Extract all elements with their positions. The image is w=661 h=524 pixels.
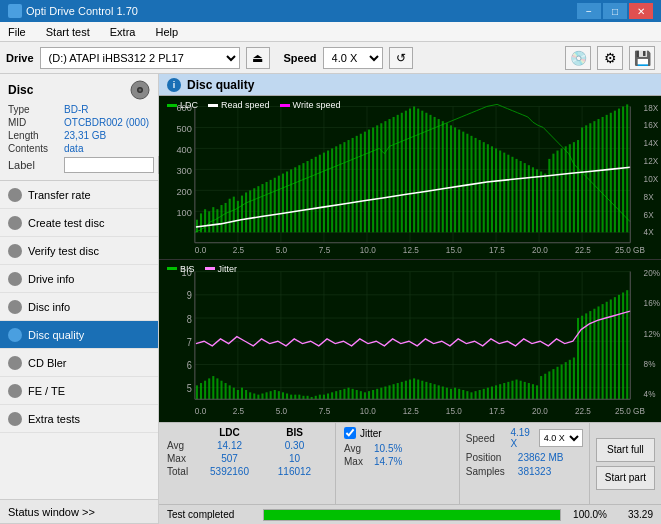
svg-text:2.5: 2.5 — [233, 405, 245, 416]
svg-rect-48 — [208, 211, 210, 232]
eject-button[interactable]: ⏏ — [246, 47, 270, 69]
create-test-disc-icon — [8, 216, 22, 230]
ldc-header: LDC — [197, 427, 262, 438]
menu-start-test[interactable]: Start test — [42, 24, 94, 40]
sidebar-item-drive-info[interactable]: Drive info — [0, 265, 158, 293]
speed-select[interactable]: 4.0 X — [323, 47, 383, 69]
bis-header: BIS — [262, 427, 327, 438]
disc-quality-title: Disc quality — [187, 78, 254, 92]
svg-rect-93 — [393, 117, 395, 232]
svg-rect-92 — [388, 119, 390, 232]
minimize-button[interactable]: − — [577, 3, 601, 19]
content-area: i Disc quality LDC Read speed — [159, 74, 661, 524]
bis-color — [167, 267, 177, 270]
avg-jitter-val: 10.5% — [374, 443, 402, 454]
refresh-button[interactable]: ↺ — [389, 47, 413, 69]
bis-label: BIS — [180, 264, 195, 274]
svg-rect-81 — [343, 142, 345, 232]
svg-rect-229 — [352, 388, 354, 398]
sidebar-item-disc-info[interactable]: Disc info — [0, 293, 158, 321]
position-value: 23862 MB — [518, 452, 564, 463]
svg-rect-66 — [282, 174, 284, 233]
jitter-checkbox[interactable] — [344, 427, 356, 439]
svg-text:16%: 16% — [644, 297, 661, 308]
fe-te-label: FE / TE — [28, 385, 65, 397]
jitter-color — [205, 267, 215, 270]
progress-percent: 100.0% — [567, 509, 607, 520]
label-input[interactable] — [64, 157, 154, 173]
svg-rect-83 — [352, 138, 354, 232]
svg-text:12X: 12X — [644, 156, 659, 166]
status-window-label: Status window >> — [8, 506, 95, 518]
svg-rect-193 — [204, 380, 206, 399]
sidebar-item-disc-quality[interactable]: Disc quality — [0, 321, 158, 349]
start-full-button[interactable]: Start full — [596, 438, 655, 462]
total-row: Total 5392160 116012 — [167, 466, 327, 477]
start-part-button[interactable]: Start part — [596, 466, 655, 490]
top-legend: LDC Read speed Write speed — [167, 100, 340, 110]
sidebar-item-create-test-disc[interactable]: Create test disc — [0, 209, 158, 237]
svg-rect-260 — [479, 390, 481, 399]
fe-te-icon — [8, 384, 22, 398]
svg-text:7: 7 — [187, 336, 192, 348]
stats-headers: LDC BIS — [167, 427, 327, 438]
samples-value: 381323 — [518, 466, 551, 477]
svg-rect-138 — [577, 140, 579, 232]
svg-rect-107 — [450, 125, 452, 232]
sidebar-item-transfer-rate[interactable]: Transfer rate — [0, 181, 158, 209]
max-jitter-label: Max — [344, 456, 374, 467]
contents-value: data — [64, 143, 83, 154]
svg-rect-50 — [216, 209, 218, 232]
maximize-button[interactable]: □ — [603, 3, 627, 19]
svg-rect-61 — [261, 184, 263, 232]
menu-help[interactable]: Help — [151, 24, 182, 40]
svg-rect-241 — [401, 381, 403, 398]
max-jitter-row: Max 14.7% — [344, 456, 451, 467]
svg-rect-192 — [200, 383, 202, 399]
svg-rect-237 — [384, 386, 386, 399]
svg-rect-254 — [454, 387, 456, 399]
close-button[interactable]: ✕ — [629, 3, 653, 19]
svg-rect-231 — [360, 391, 362, 399]
svg-rect-71 — [302, 163, 304, 232]
settings-button[interactable]: ⚙ — [597, 46, 623, 70]
svg-rect-274 — [536, 385, 538, 399]
save-button[interactable]: 💾 — [629, 46, 655, 70]
svg-rect-98 — [413, 106, 415, 232]
sidebar-item-fe-te[interactable]: FE / TE — [0, 377, 158, 405]
svg-rect-251 — [442, 386, 444, 399]
disc-quality-header-icon: i — [167, 78, 181, 92]
speed-stat-select[interactable]: 4.0 X — [539, 429, 583, 447]
drive-select[interactable]: (D:) ATAPI iHBS312 2 PL17 — [40, 47, 240, 69]
stats-bar: LDC BIS Avg 14.12 0.30 Max 507 10 — [159, 422, 661, 504]
sidebar-item-verify-test-disc[interactable]: Verify test disc — [0, 237, 158, 265]
svg-rect-197 — [220, 380, 222, 399]
max-bis: 10 — [262, 453, 327, 464]
svg-rect-257 — [466, 391, 468, 399]
verify-test-disc-label: Verify test disc — [28, 245, 99, 257]
svg-text:8X: 8X — [644, 192, 654, 202]
sidebar-item-extra-tests[interactable]: Extra tests — [0, 405, 158, 433]
sidebar-item-cd-bler[interactable]: CD Bler — [0, 349, 158, 377]
svg-rect-235 — [376, 388, 378, 398]
svg-rect-124 — [520, 161, 522, 232]
svg-rect-104 — [438, 119, 440, 232]
svg-rect-265 — [499, 384, 501, 399]
svg-rect-113 — [475, 138, 477, 232]
svg-text:25.0 GB: 25.0 GB — [615, 405, 645, 416]
menu-file[interactable]: File — [4, 24, 30, 40]
menu-extra[interactable]: Extra — [106, 24, 140, 40]
menu-bar: File Start test Extra Help — [0, 22, 661, 42]
length-label: Length — [8, 130, 60, 141]
svg-rect-56 — [241, 196, 243, 233]
position-row: Position 23862 MB — [466, 452, 583, 463]
svg-rect-97 — [409, 109, 411, 233]
status-window-button[interactable]: Status window >> — [0, 500, 158, 524]
jitter-row: Jitter — [344, 427, 451, 439]
svg-text:12.5: 12.5 — [403, 245, 419, 255]
svg-rect-68 — [290, 169, 292, 232]
svg-rect-284 — [577, 318, 579, 399]
svg-rect-54 — [233, 197, 235, 233]
svg-rect-70 — [298, 165, 300, 232]
disc-button[interactable]: 💿 — [565, 46, 591, 70]
